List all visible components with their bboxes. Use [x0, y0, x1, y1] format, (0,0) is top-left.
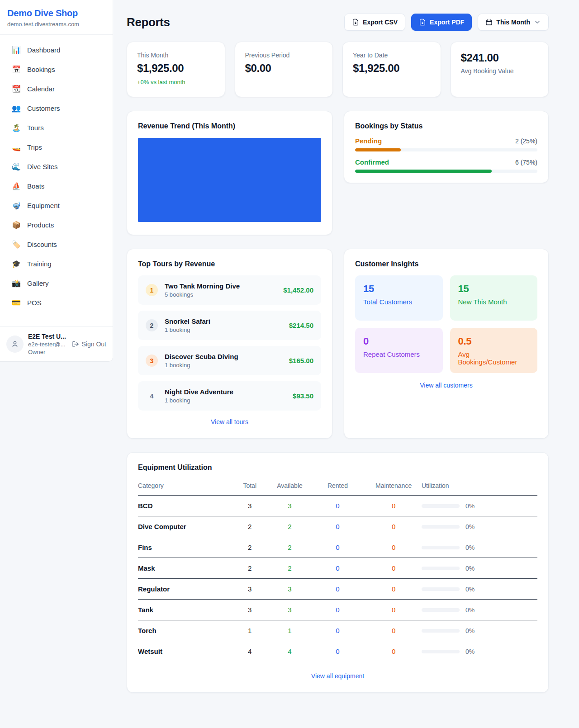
utilization-percent: 0%	[465, 606, 475, 614]
sidebar-item-label: Calendar	[27, 85, 55, 93]
sidebar-item-products[interactable]: 📦Products	[4, 215, 109, 235]
utilization-cell: 0%	[422, 516, 537, 537]
wave-icon: 🌊	[12, 162, 21, 171]
calendar-date-icon: 📅	[12, 65, 21, 74]
stat-label: Year to Date	[353, 52, 431, 59]
utilization-percent: 0%	[465, 586, 475, 593]
view-all-customers-link[interactable]: View all customers	[355, 382, 537, 389]
avatar	[6, 336, 24, 353]
insight-tile-new-this-month: 15 New This Month	[450, 275, 538, 321]
tour-bookings: 5 bookings	[165, 291, 276, 298]
tour-amount: $165.00	[289, 357, 313, 364]
sidebar-item-label: Customers	[27, 104, 60, 112]
sidebar-item-pos[interactable]: 💳POS	[4, 293, 109, 312]
sign-out-button[interactable]: Sign Out	[72, 340, 106, 348]
tour-amount: $214.50	[289, 321, 313, 329]
available-cell: 3	[270, 600, 309, 620]
equipment-table-header: Category Total Available Rented Maintena…	[138, 477, 537, 496]
available-cell: 4	[270, 641, 309, 662]
rank-badge: 4	[146, 390, 158, 402]
brand-title[interactable]: Demo Dive Shop	[7, 8, 105, 19]
sidebar-item-calendar[interactable]: 📆Calendar	[4, 79, 109, 99]
column-header-rented: Rented	[310, 477, 366, 496]
utilization-bar-track	[422, 608, 460, 612]
period-select[interactable]: This Month	[478, 14, 549, 31]
graduation-cap-icon: 🎓	[12, 260, 21, 268]
equipment-row-torch: Torch11000%	[138, 620, 537, 641]
insight-label: Total Customers	[363, 298, 435, 306]
revenue-trend-chart	[138, 138, 321, 222]
status-row-pending: Pending 2 (25%)	[355, 137, 537, 151]
sidebar-item-training[interactable]: 🎓Training	[4, 254, 109, 274]
status-bar-track	[355, 170, 537, 173]
insight-label: New This Month	[458, 298, 530, 306]
sidebar-item-tours[interactable]: 🏝️Tours	[4, 118, 109, 137]
equipment-row-regulator: Regulator33000%	[138, 579, 537, 600]
bookings-by-status-card: Bookings by Status Pending 2 (25%) Confi…	[344, 111, 549, 183]
category-cell: BCD	[138, 496, 230, 516]
camera-flash-icon: 📸	[12, 279, 21, 288]
insight-label: Repeat Customers	[363, 350, 435, 358]
view-all-equipment-link[interactable]: View all equipment	[138, 672, 537, 680]
tour-row-two-tank-morning-dive: 1Two Tank Morning Dive5 bookings$1,452.0…	[138, 275, 321, 305]
stats-row: This Month $1,925.00 +0% vs last month P…	[127, 42, 549, 97]
stat-value: $241.00	[461, 52, 539, 64]
insight-tile-avg-bookings: 0.5 Avg Bookings/Customer	[450, 328, 538, 373]
equipment-row-bcd: BCD33000%	[138, 496, 537, 516]
utilization-percent: 0%	[465, 523, 475, 530]
sidebar-item-bookings[interactable]: 📅Bookings	[4, 60, 109, 79]
available-cell: 2	[270, 537, 309, 558]
equipment-utilization-card: Equipment Utilization Category Total Ava…	[127, 452, 549, 693]
sidebar-item-dashboard[interactable]: 📊Dashboard	[4, 40, 109, 60]
credit-card-icon: 💳	[12, 298, 21, 307]
tour-amount: $1,452.00	[283, 286, 313, 294]
utilization-cell: 0%	[422, 579, 537, 600]
sidebar-item-label: Trips	[27, 143, 42, 151]
logout-icon	[72, 340, 79, 348]
equipment-row-mask: Mask22000%	[138, 558, 537, 579]
status-count: 6 (75%)	[515, 159, 537, 166]
export-csv-button[interactable]: Export CSV	[344, 14, 405, 31]
utilization-bar-track	[422, 525, 460, 529]
user-meta: E2E Test U... e2e-tester@... Owner	[28, 333, 67, 355]
customer-insights-title: Customer Insights	[355, 260, 537, 268]
page-title: Reports	[127, 15, 170, 29]
sidebar-item-trips[interactable]: 🚤Trips	[4, 137, 109, 157]
rented-cell: 0	[310, 579, 366, 600]
period-label: This Month	[496, 19, 530, 26]
column-header-utilization: Utilization	[422, 477, 537, 496]
price-tag-icon: 🏷️	[12, 240, 21, 249]
sidebar-item-equipment[interactable]: 🤿Equipment	[4, 196, 109, 215]
brand: Demo Dive Shop demo.test.divestreams.com	[0, 0, 113, 35]
view-all-tours-link[interactable]: View all tours	[138, 418, 321, 425]
rank-badge: 2	[146, 319, 158, 331]
sidebar-item-label: Discounts	[27, 241, 57, 248]
insight-tile-total-customers: 15 Total Customers	[355, 275, 443, 321]
sidebar-item-customers[interactable]: 👥Customers	[4, 99, 109, 118]
available-cell: 2	[270, 558, 309, 579]
sidebar-item-label: Bookings	[27, 66, 55, 73]
sidebar-item-label: Tours	[27, 124, 44, 132]
tour-name: Two Tank Morning Dive	[165, 282, 276, 290]
insight-value: 0	[363, 336, 435, 347]
tour-row-snorkel-safari: 2Snorkel Safari1 booking$214.50	[138, 311, 321, 340]
rented-cell: 0	[310, 641, 366, 662]
sidebar-item-boats[interactable]: ⛵Boats	[4, 176, 109, 196]
export-pdf-button[interactable]: Export PDF	[411, 14, 472, 31]
sidebar-item-discounts[interactable]: 🏷️Discounts	[4, 235, 109, 254]
tour-bookings: 1 booking	[165, 326, 282, 333]
total-cell: 3	[230, 600, 270, 620]
utilization-cell: 0%	[422, 537, 537, 558]
sidebar-nav: 📊Dashboard📅Bookings📆Calendar👥Customers🏝️…	[0, 35, 113, 318]
status-label: Confirmed	[355, 158, 389, 166]
column-header-available: Available	[270, 477, 309, 496]
total-cell: 3	[230, 579, 270, 600]
column-header-maintenance: Maintenance	[365, 477, 422, 496]
tour-bookings: 1 booking	[165, 397, 286, 404]
brand-subdomain: demo.test.divestreams.com	[7, 21, 105, 28]
rented-cell: 0	[310, 496, 366, 516]
utilization-bar-track	[422, 567, 460, 570]
user-name: E2E Test U...	[28, 333, 67, 340]
sidebar-item-dive-sites[interactable]: 🌊Dive Sites	[4, 157, 109, 176]
sidebar-item-gallery[interactable]: 📸Gallery	[4, 274, 109, 293]
